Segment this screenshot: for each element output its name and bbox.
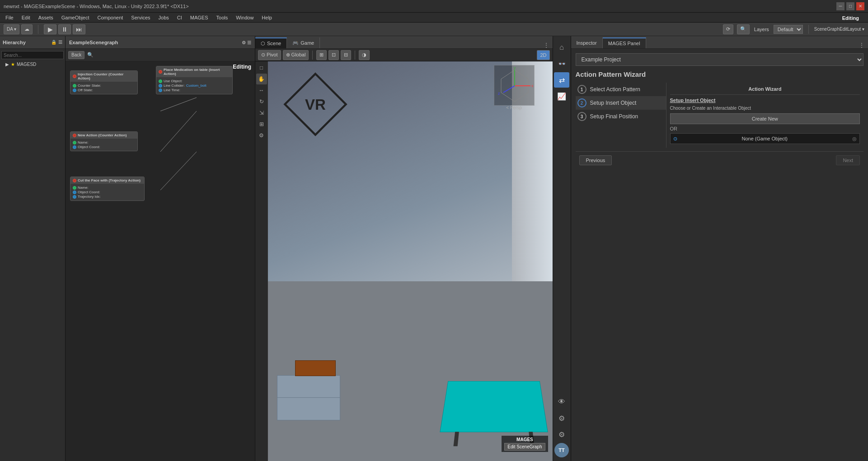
eye-icon-btn[interactable]: 👁 <box>554 394 569 410</box>
create-new-button[interactable]: Create New <box>670 113 860 124</box>
menu-gameobject[interactable]: GameObject <box>58 14 93 21</box>
hierarchy-search-input[interactable] <box>1 51 64 59</box>
project-select[interactable]: Example Project <box>576 53 864 66</box>
menu-help[interactable]: Help <box>258 14 276 21</box>
step-number-3: 3 <box>577 112 586 121</box>
wizard-step-3[interactable]: 3 Setup Final Position <box>576 110 666 123</box>
back-button[interactable]: Back <box>68 51 84 59</box>
history-button[interactable]: ⟳ <box>723 24 733 34</box>
label-name-2: Name: <box>78 186 89 190</box>
scene-snap-btn[interactable]: ⊡ <box>328 50 339 60</box>
menu-file[interactable]: File <box>2 14 17 21</box>
mages-project-header: Example Project <box>576 53 864 66</box>
previous-button[interactable]: Previous <box>579 155 612 165</box>
minimize-button[interactable]: ─ <box>836 2 845 10</box>
menu-ci[interactable]: CI <box>174 14 186 21</box>
menu-edit[interactable]: Edit <box>18 14 34 21</box>
menu-mages[interactable]: MAGES <box>187 14 212 21</box>
play-button[interactable]: ▶ <box>44 24 56 34</box>
cloud-button[interactable]: ☁ <box>21 24 33 34</box>
node-injection-counter[interactable]: Injection Counter (Counter Action) Count… <box>70 70 138 94</box>
scene-align-btn[interactable]: ⊟ <box>341 50 351 60</box>
menu-services[interactable]: Services <box>127 14 154 21</box>
search-button[interactable]: 🔍 <box>737 24 750 34</box>
toolbar-sep-2 <box>808 25 809 34</box>
node-place-medication[interactable]: Place Medication on table (Insert Action… <box>156 66 233 94</box>
mini-rect-btn[interactable]: ⊞ <box>256 119 267 130</box>
scene-tabs: ⬡ Scene 🎮 Game ⋮ <box>255 36 553 49</box>
hierarchy-lock-icon[interactable]: 🔒 <box>51 40 56 45</box>
wizard-section-title: Setup Insert Object <box>670 98 860 103</box>
hierarchy-item-magesd[interactable]: ▶ ★ MAGESD <box>0 61 65 67</box>
none-object-label: None (Game Object) <box>742 136 788 141</box>
none-object-circle-icon: ◎ <box>852 136 857 142</box>
scene-more-icon[interactable]: ⋮ <box>540 42 553 48</box>
tab-inspector[interactable]: Inspector <box>571 37 603 48</box>
mini-move-btn[interactable]: ✋ <box>256 74 267 84</box>
title-bar: newnxt - MAGESExampleScene - Windows, Ma… <box>0 0 868 13</box>
menu-assets[interactable]: Assets <box>35 14 57 21</box>
mini-select-btn[interactable]: □ <box>256 62 267 73</box>
port-9 <box>159 84 162 88</box>
hierarchy-menu-icon[interactable]: ☰ <box>58 40 62 45</box>
connect-icon-btn[interactable]: ⇄ <box>554 72 569 88</box>
none-object-icon: ⊙ <box>673 136 677 142</box>
wizard-step-1[interactable]: 1 Select Action Pattern <box>576 83 666 96</box>
inspector-panel: Inspector MAGES Panel ⋮ Example Project … <box>571 36 868 461</box>
da-dropdown[interactable]: DA ▾ <box>4 24 19 34</box>
scene-render-btn[interactable]: ◑ <box>359 50 370 60</box>
inspector-tabs: Inspector MAGES Panel ⋮ <box>571 36 868 49</box>
mini-scale-btn[interactable]: ⇲ <box>256 107 267 118</box>
menu-component[interactable]: Component <box>94 14 127 21</box>
edit-scenegraph-button[interactable]: Edit SceneGraph <box>504 443 545 451</box>
maximize-button[interactable]: □ <box>846 2 854 10</box>
tab-mages-panel[interactable]: MAGES Panel <box>603 37 646 48</box>
avatar-btn[interactable]: TT <box>554 443 569 457</box>
window-controls[interactable]: ─ □ ✕ <box>836 2 864 10</box>
step-label-2: Setup Insert Object <box>590 100 637 106</box>
menu-tools[interactable]: Tools <box>213 14 232 21</box>
step-number-2: 2 <box>577 98 586 107</box>
mini-settings-btn[interactable]: ⚙ <box>256 130 267 141</box>
svg-text:y: y <box>514 65 516 70</box>
scene-grid-btn[interactable]: ⊞ <box>316 50 327 60</box>
pause-button[interactable]: ⏸ <box>58 24 71 34</box>
icon-sidebar-top: ⌂ 👓 ⇄ 📈 <box>554 38 569 391</box>
wizard-step-2[interactable]: 2 Setup Insert Object <box>576 96 666 110</box>
next-button[interactable]: Next <box>836 155 860 165</box>
mini-rotate-btn[interactable]: ↻ <box>256 96 267 107</box>
sg-settings-icon[interactable]: ⚙ <box>242 40 246 45</box>
step-button[interactable]: ⏭ <box>73 24 85 34</box>
cog-icon-btn-1[interactable]: ⚙ <box>554 410 569 426</box>
global-btn[interactable]: ⊕ Global <box>283 50 309 60</box>
scene-2d-btn[interactable]: 2D <box>537 50 549 60</box>
svg-text:z: z <box>498 91 500 96</box>
scene-panel: ⬡ Scene 🎮 Game ⋮ ⊙ Pivot ⊕ Global ⊞ ⊡ ⊟ … <box>255 36 553 461</box>
layers-select[interactable]: Default <box>774 25 803 34</box>
analytics-icon-btn[interactable]: 📈 <box>554 88 569 104</box>
sg-menu-icon[interactable]: ☰ <box>247 40 251 45</box>
wizard-detail-col: Action Wizard Setup Insert Object Choose… <box>666 83 864 148</box>
port-6 <box>73 191 76 194</box>
icon-sidebar-bottom: 👁 ⚙ ⚙ TT <box>554 392 569 459</box>
mini-translate-btn[interactable]: ↔ <box>256 85 267 96</box>
cyan-table <box>440 381 548 432</box>
label-trajectory: Trajectory Idx: <box>78 195 100 199</box>
close-button[interactable]: ✕ <box>856 2 864 10</box>
home-icon-btn[interactable]: ⌂ <box>554 40 569 55</box>
tab-scene[interactable]: ⬡ Scene <box>255 37 287 48</box>
pivot-btn[interactable]: ⊙ Pivot <box>258 50 281 60</box>
scenegraph-panel: ExampleScenegraph ⚙ ☰ Back 🔍 Editing <box>66 36 255 461</box>
tab-game[interactable]: 🎮 Game <box>287 37 320 48</box>
vr-icon-btn[interactable]: 👓 <box>554 56 569 71</box>
node-new-action[interactable]: New Action (Counter Action) Name: Object… <box>70 131 138 151</box>
svg-text:x: x <box>531 84 534 88</box>
mages-overlay: MAGES Edit SceneGraph <box>502 436 548 452</box>
svg-line-1 <box>160 111 197 152</box>
node-cut-face[interactable]: Cut the Face with (Trajectory Action) Na… <box>70 177 145 201</box>
inspector-more-icon[interactable]: ⋮ <box>855 42 868 48</box>
cog-icon-btn-2[interactable]: ⚙ <box>554 427 569 442</box>
menu-window[interactable]: Window <box>232 14 257 21</box>
menu-jobs[interactable]: Jobs <box>155 14 173 21</box>
svg-line-2 <box>160 152 197 190</box>
